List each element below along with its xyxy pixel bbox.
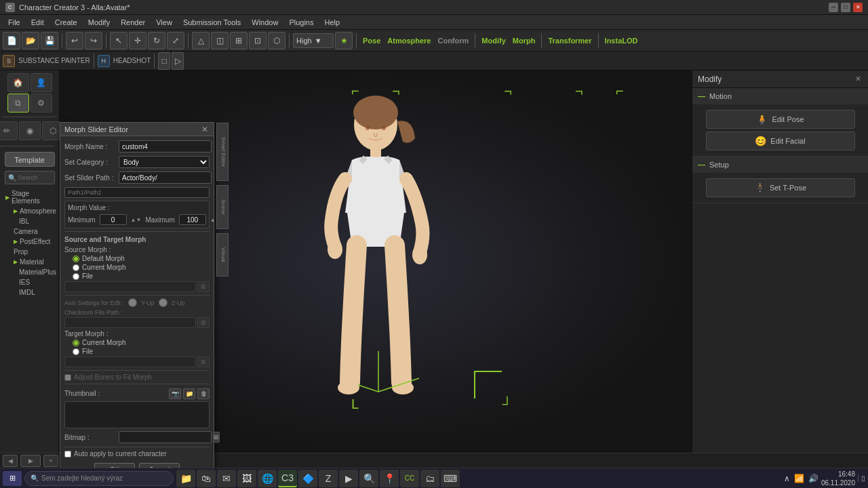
ies-item[interactable]: IES	[3, 277, 56, 287]
taskbar-app-store[interactable]: 🛍	[197, 470, 216, 487]
extra-btn2[interactable]: ▷	[172, 52, 184, 70]
extra-btn1[interactable]: □	[158, 52, 170, 70]
path-input[interactable]	[64, 187, 210, 198]
atmosphere-btn[interactable]: Atmosphere	[384, 37, 433, 45]
close-button[interactable]: ✕	[853, 3, 863, 12]
taskbar-app-term[interactable]: ⌨	[441, 470, 460, 487]
atmosphere-item[interactable]: ▶ Atmosphere	[3, 206, 56, 216]
taskbar-app-cc3[interactable]: C3	[278, 470, 297, 487]
file-radio[interactable]	[73, 273, 79, 280]
material-item[interactable]: ▶ Material	[3, 257, 56, 267]
current-morph-radio[interactable]	[73, 264, 79, 271]
right-panel-close-btn[interactable]: ✕	[853, 75, 863, 84]
minimum-input[interactable]	[100, 214, 127, 225]
imdl-item[interactable]: IMDL	[3, 287, 56, 298]
scene-tab[interactable]: Scene	[216, 185, 229, 229]
scene-icon-btn[interactable]: 🏠	[7, 73, 29, 92]
auto-apply-checkbox[interactable]	[64, 451, 71, 458]
bitmap-browse-btn[interactable]: ⊞	[213, 432, 220, 443]
setup-section-header[interactable]: — Setup	[692, 157, 868, 173]
taskbar-app-maps[interactable]: 📍	[380, 470, 399, 487]
motion-section-header[interactable]: — Motion	[692, 88, 868, 104]
tray-volume[interactable]: 🔊	[808, 474, 818, 483]
taskbar-app-zbrush[interactable]: Z	[319, 470, 338, 487]
add-btn[interactable]: +	[43, 455, 58, 467]
minimize-button[interactable]: ─	[829, 3, 838, 12]
posteffect-item[interactable]: ▶ PostEffect	[3, 237, 56, 247]
brush-icon-btn[interactable]: ✏	[0, 121, 18, 140]
grid-btn[interactable]: ⊞	[230, 32, 248, 49]
render-mode-btn[interactable]: ⊡	[249, 32, 267, 49]
visual-tab[interactable]: Visual	[216, 233, 229, 277]
search-box[interactable]: 🔍 Search	[5, 171, 55, 184]
prop-item[interactable]: Prop	[3, 247, 56, 257]
tray-network[interactable]: 📶	[794, 474, 804, 483]
target-file-radio[interactable]	[73, 348, 79, 355]
menu-window[interactable]: Window	[246, 17, 283, 28]
play-btn[interactable]: ▶	[20, 455, 41, 467]
taskbar-app-photos[interactable]: 🖼	[237, 470, 256, 487]
maximum-input[interactable]	[179, 214, 206, 225]
menu-edit[interactable]: Edit	[26, 17, 50, 28]
materialplus-item[interactable]: MaterialPlus	[3, 267, 56, 277]
ibl-item[interactable]: IBL	[3, 216, 56, 226]
undo-btn[interactable]: ↩	[66, 32, 83, 49]
instalod-btn[interactable]: InstaLOD	[602, 37, 641, 45]
transformer-btn[interactable]: Transformer	[545, 37, 594, 45]
slider-path-input[interactable]	[119, 171, 212, 184]
edit-pose-button[interactable]: 🧍 Edit Pose	[706, 110, 855, 129]
min-spinner[interactable]: ▲▼	[131, 217, 142, 223]
smart-editor-tab[interactable]: Smart Editor	[216, 123, 229, 181]
quality-dropdown[interactable]: High ▼	[293, 33, 334, 48]
dialog-close-button[interactable]: ✕	[200, 125, 210, 134]
headshot-icon-btn[interactable]: H	[98, 55, 110, 67]
adjust-bones-checkbox[interactable]	[64, 374, 71, 381]
set-tpose-button[interactable]: 🕴 Set T-Pose	[706, 178, 855, 197]
show-desktop-btn[interactable]: ▯	[858, 474, 865, 482]
move-btn[interactable]: ✛	[129, 32, 146, 49]
light-btn[interactable]: ⬡	[268, 32, 285, 49]
prev-frame-btn[interactable]: ◀	[3, 455, 18, 467]
set-category-select[interactable]: Body	[119, 156, 210, 168]
camera-view-btn[interactable]: ◫	[211, 32, 229, 49]
maximize-button[interactable]: □	[841, 3, 850, 12]
menu-view[interactable]: View	[151, 17, 178, 28]
default-morph-radio[interactable]	[73, 256, 79, 262]
redo-btn[interactable]: ↪	[85, 32, 102, 49]
taskbar-app-files[interactable]: 🗂	[420, 470, 439, 487]
scale-btn[interactable]: ⤢	[167, 32, 184, 49]
conform-btn[interactable]: Conform	[435, 37, 471, 45]
substance-icon-btn[interactable]: S	[3, 55, 15, 67]
view-btn[interactable]: △	[192, 32, 210, 49]
taskbar-app-browser[interactable]: 🌐	[258, 470, 277, 487]
menu-render[interactable]: Render	[115, 17, 151, 28]
rotate-btn[interactable]: ↻	[148, 32, 165, 49]
menu-create[interactable]: Create	[50, 17, 83, 28]
menu-help[interactable]: Help	[319, 17, 345, 28]
morph-name-input[interactable]	[119, 140, 212, 152]
substance-label[interactable]: SUBSTANCE PAINTER	[18, 57, 90, 64]
star-btn[interactable]: ★	[335, 32, 353, 49]
select-btn[interactable]: ↖	[110, 32, 127, 49]
taskbar-app-search2[interactable]: 🔍	[359, 470, 378, 487]
thumb-camera-btn[interactable]: 📷	[169, 388, 181, 399]
menu-modify[interactable]: Modify	[83, 17, 115, 28]
settings-icon-btn[interactable]: ⚙	[31, 94, 52, 113]
thumb-delete-btn[interactable]: 🗑	[197, 388, 210, 399]
menu-file[interactable]: File	[3, 17, 26, 28]
target-current-morph-radio[interactable]	[73, 340, 79, 346]
menu-plugins[interactable]: Plugins	[283, 17, 319, 28]
yup-radio[interactable]	[128, 298, 137, 307]
zup-radio[interactable]	[159, 298, 167, 307]
morph-btn[interactable]: Morph	[510, 37, 538, 45]
stage-elements-item[interactable]: ▶ Stage Elements	[3, 188, 56, 206]
modify-btn[interactable]: Modify	[479, 37, 508, 45]
taskbar-app-media[interactable]: ▶	[339, 470, 358, 487]
save-btn[interactable]: 💾	[41, 32, 58, 49]
menu-submission-tools[interactable]: Submission Tools	[178, 17, 246, 28]
edit-facial-button[interactable]: 😊 Edit Facial	[706, 131, 855, 150]
shape-icon-btn[interactable]: ◉	[19, 121, 41, 140]
open-file-btn[interactable]: 📂	[22, 32, 39, 49]
system-clock[interactable]: 16:48 06.11.2020	[821, 470, 855, 487]
taskbar-app-blender[interactable]: 🔷	[298, 470, 317, 487]
